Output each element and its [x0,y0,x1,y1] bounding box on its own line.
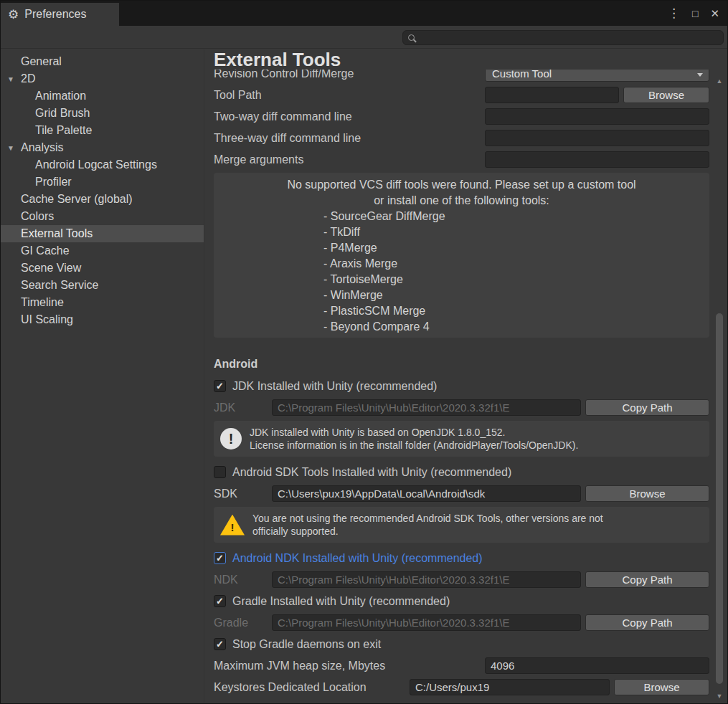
check-icon: ✓ [216,381,224,391]
jdk-path-row: JDK Copy Path [214,399,709,416]
vcs-tool-item: - WinMerge [214,287,709,303]
ndk-installed-label: Android NDK Installed with Unity (recomm… [232,552,483,565]
keystores-browse-button[interactable]: Browse [614,679,709,695]
vcs-notice-line1: No supported VCS diff tools were found. … [214,177,709,193]
vcs-notice-line2: or install one of the following tools: [214,193,709,209]
check-icon: ✓ [216,596,224,606]
maximize-icon[interactable]: □ [692,8,698,19]
vcs-tool-item: - TortoiseMerge [214,272,709,287]
jvm-heap-label: Maximum JVM heap size, Mbytes [214,660,485,672]
sidebar-item-grid-brush[interactable]: Grid Brush [1,105,204,122]
two-way-diff-row: Two-way diff command line [214,108,709,125]
tool-path-browse-button[interactable]: Browse [623,87,709,103]
jvm-heap-input[interactable] [485,657,709,674]
jdk-installed-row: ✓ JDK Installed with Unity (recommended) [214,378,709,394]
sidebar: General ▼2D Animation Grid Brush Tile Pa… [1,49,204,703]
vcs-tool-item: - TkDiff [214,224,709,240]
search-box[interactable] [402,30,724,45]
sidebar-item-external-tools[interactable]: External Tools [1,225,204,242]
three-way-diff-input[interactable] [485,130,709,146]
sidebar-item-2d[interactable]: ▼2D [1,70,204,87]
sidebar-item-ui-scaling[interactable]: UI Scaling [1,311,204,328]
three-way-diff-label: Three-way diff command line [214,132,485,145]
window-menu-icon[interactable]: ⋮ [668,6,680,21]
jdk-copy-path-button[interactable]: Copy Path [585,399,709,416]
sidebar-item-scene-view[interactable]: Scene View [1,260,204,277]
gradle-copy-path-button[interactable]: Copy Path [585,614,709,631]
sdk-path-input[interactable] [272,485,581,502]
sdk-warning-text: You are not using the recommended Androi… [252,512,603,538]
gear-icon: ⚙ [8,9,19,21]
tool-path-input[interactable] [485,87,619,103]
sidebar-item-cache-server[interactable]: Cache Server (global) [1,191,204,208]
sidebar-item-android-logcat-settings[interactable]: Android Logcat Settings [1,156,204,173]
ndk-copy-path-button[interactable]: Copy Path [585,571,709,588]
sidebar-item-colors[interactable]: Colors [1,208,204,225]
gradle-path-row: Gradle Copy Path [214,614,709,631]
gradle-installed-row: ✓ Gradle Installed with Unity (recommend… [214,593,709,609]
foldout-open-icon[interactable]: ▼ [7,144,14,152]
sidebar-item-profiler[interactable]: Profiler [1,173,204,191]
settings-content: Revision Control Diff/Merge Custom Tool … [204,70,712,703]
vcs-tool-item: - SourceGear DiffMerge [214,209,709,224]
vcs-tool-item: - PlasticSCM Merge [214,303,709,319]
search-input[interactable] [420,32,718,44]
revision-control-label: Revision Control Diff/Merge [214,70,485,80]
vertical-scrollbar[interactable]: ▲ ▼ [714,76,725,701]
titlebar: ⚙ Preferences ⋮ □ ✕ [1,1,727,26]
scrollbar-thumb[interactable] [716,313,723,684]
jdk-installed-label: JDK Installed with Unity (recommended) [232,380,437,393]
ndk-installed-row: ✓ Android NDK Installed with Unity (reco… [214,550,709,566]
tab-preferences[interactable]: ⚙ Preferences [1,3,119,26]
three-way-diff-row: Three-way diff command line [214,130,709,146]
sdk-installed-label: Android SDK Tools Installed with Unity (… [232,466,511,479]
scroll-down-icon[interactable]: ▼ [714,691,725,701]
two-way-diff-label: Two-way diff command line [214,110,485,123]
page-title: External Tools [214,49,712,70]
toolbar [1,26,727,49]
tool-path-label: Tool Path [214,89,485,102]
merge-arguments-row: Merge arguments [214,151,709,168]
sidebar-item-timeline[interactable]: Timeline [1,294,204,311]
two-way-diff-input[interactable] [485,108,709,125]
sidebar-item-analysis[interactable]: ▼Analysis [1,139,204,156]
gradle-installed-label: Gradle Installed with Unity (recommended… [232,595,450,608]
scroll-up-icon[interactable]: ▲ [714,76,725,86]
ndk-path-input [272,571,581,588]
merge-arguments-input[interactable] [485,151,709,168]
sdk-installed-checkbox[interactable] [214,466,226,478]
ndk-installed-checkbox[interactable]: ✓ [214,552,226,564]
close-icon[interactable]: ✕ [710,7,719,20]
sidebar-item-animation[interactable]: Animation [1,87,204,105]
merge-arguments-label: Merge arguments [214,153,485,166]
vcs-tool-item: - Araxis Merge [214,256,709,272]
titlebar-controls: ⋮ □ ✕ [668,1,727,26]
sidebar-item-tile-palette[interactable]: Tile Palette [1,122,204,139]
dropdown-arrow-icon [697,73,703,77]
foldout-open-icon[interactable]: ▼ [7,75,14,83]
check-icon: ✓ [216,639,224,649]
revision-tool-dropdown[interactable]: Custom Tool [485,70,709,82]
ndk-path-row: NDK Copy Path [214,571,709,588]
keystores-row: Keystores Dedicated Location Browse [214,679,709,695]
jvm-heap-row: Maximum JVM heap size, Mbytes [214,657,709,674]
revision-control-row: Revision Control Diff/Merge Custom Tool [214,70,709,82]
vcs-tool-item: - P4Merge [214,240,709,256]
gradle-installed-checkbox[interactable]: ✓ [214,595,226,607]
vcs-tool-item: - Beyond Compare 4 [214,319,709,335]
main-panel: External Tools Revision Control Diff/Mer… [204,49,727,703]
keystores-input[interactable] [410,679,610,695]
stop-gradle-row: ✓ Stop Gradle daemons on exit [214,636,709,652]
sidebar-item-gi-cache[interactable]: GI Cache [1,242,204,260]
jdk-installed-checkbox[interactable]: ✓ [214,380,226,392]
jdk-notice-text: JDK installed with Unity is based on Ope… [250,426,578,452]
android-section-title: Android [214,358,709,372]
stop-gradle-checkbox[interactable]: ✓ [214,638,226,650]
sidebar-item-general[interactable]: General [1,53,204,70]
stop-gradle-label: Stop Gradle daemons on exit [232,638,381,651]
window-title: Preferences [24,8,86,21]
jdk-notice-box: ! JDK installed with Unity is based on O… [214,421,709,457]
sidebar-item-search-service[interactable]: Search Service [1,277,204,294]
sdk-browse-button[interactable]: Browse [585,485,709,502]
warning-icon: ! [220,515,245,536]
